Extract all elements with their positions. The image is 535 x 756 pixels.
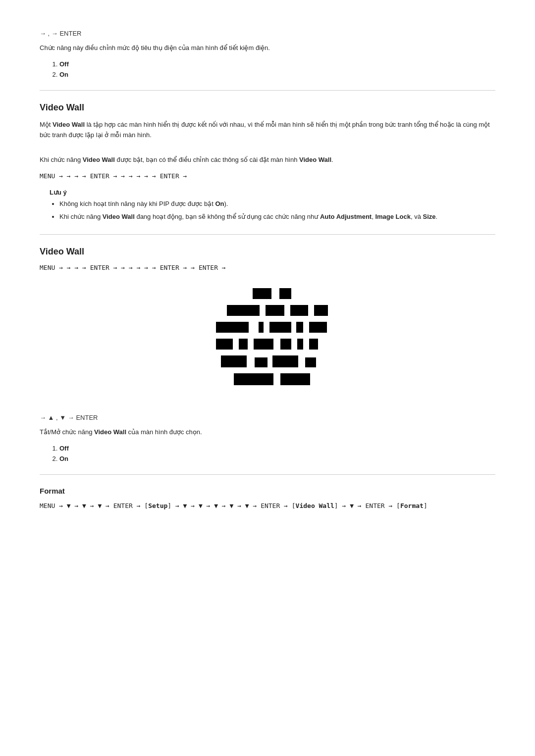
note-box: Lưu ý Không kích hoạt tính năng này khi … [50, 189, 495, 222]
format-section: Format MENU → ▼ → ▼ → ▼ → ENTER → [Setup… [40, 487, 495, 509]
svg-rect-8 [269, 322, 291, 333]
svg-rect-17 [221, 355, 247, 367]
top-description: Chức năng này điều chỉnh mức độ tiêu thụ… [40, 43, 495, 53]
svg-rect-7 [259, 322, 264, 333]
svg-rect-13 [254, 339, 273, 350]
svg-rect-19 [272, 355, 298, 367]
format-menu: MENU → ▼ → ▼ → ▼ → ENTER → [Setup] → ▼ →… [40, 502, 495, 509]
svg-rect-15 [297, 339, 303, 350]
svg-rect-6 [216, 322, 249, 333]
note-item-2: Khi chức năng Video Wall đang hoạt động,… [59, 212, 495, 222]
svg-rect-21 [234, 373, 273, 385]
vw-tat-mo: Tắt/Mở chức năng Video Wall của màn hình… [40, 427, 495, 438]
top-list: Off On [59, 60, 495, 78]
svg-rect-3 [266, 305, 284, 316]
video-wall-desc2: Khi chức năng Video Wall được bật, bạn c… [40, 155, 495, 165]
svg-rect-14 [280, 339, 291, 350]
video-wall-desc1: Một Video Wall là tập hợp các màn hình h… [40, 120, 495, 141]
list-item-on: On [59, 71, 495, 78]
divider-1 [40, 90, 495, 91]
vw-list-on: On [59, 455, 495, 462]
format-title: Format [40, 487, 495, 495]
divider-2 [40, 234, 495, 235]
video-wall-svg [183, 283, 352, 402]
svg-rect-1 [279, 288, 291, 299]
note-title: Lưu ý [50, 189, 495, 196]
list-item-off: Off [59, 60, 495, 68]
svg-rect-18 [255, 357, 268, 367]
note-item-1: Không kích hoạt tính năng này khi PIP đư… [59, 199, 495, 209]
video-wall-sub: Video Wall MENU → → → → ENTER → → → → → … [40, 247, 495, 462]
note-list: Không kích hoạt tính năng này khi PIP đư… [59, 199, 495, 222]
svg-rect-5 [314, 305, 328, 316]
svg-rect-11 [216, 339, 233, 350]
svg-rect-12 [239, 339, 248, 350]
video-wall-sub-title: Video Wall [40, 247, 495, 257]
video-wall-menu: MENU → → → → ENTER → → → → → → ENTER → [40, 172, 495, 180]
video-wall-image [40, 283, 495, 402]
svg-rect-16 [309, 339, 318, 350]
top-section: → , → ENTER Chức năng này điều chỉnh mức… [40, 30, 495, 78]
video-wall-section: Video Wall Một Video Wall là tập hợp các… [40, 102, 495, 222]
svg-rect-22 [280, 373, 310, 385]
svg-rect-10 [309, 322, 327, 333]
divider-3 [40, 474, 495, 475]
video-wall-sub-menu: MENU → → → → ENTER → → → → → → ENTER → →… [40, 264, 495, 271]
svg-rect-4 [290, 305, 308, 316]
svg-rect-0 [253, 288, 271, 299]
vw-list-off: Off [59, 445, 495, 452]
svg-rect-9 [296, 322, 303, 333]
svg-rect-20 [305, 357, 316, 367]
vw-arrow-line: → ▲ , ▼ → ENTER [40, 414, 495, 421]
svg-rect-2 [227, 305, 260, 316]
top-arrow-line: → , → ENTER [40, 30, 495, 37]
video-wall-title: Video Wall [40, 102, 495, 113]
vw-list: Off On [59, 445, 495, 462]
